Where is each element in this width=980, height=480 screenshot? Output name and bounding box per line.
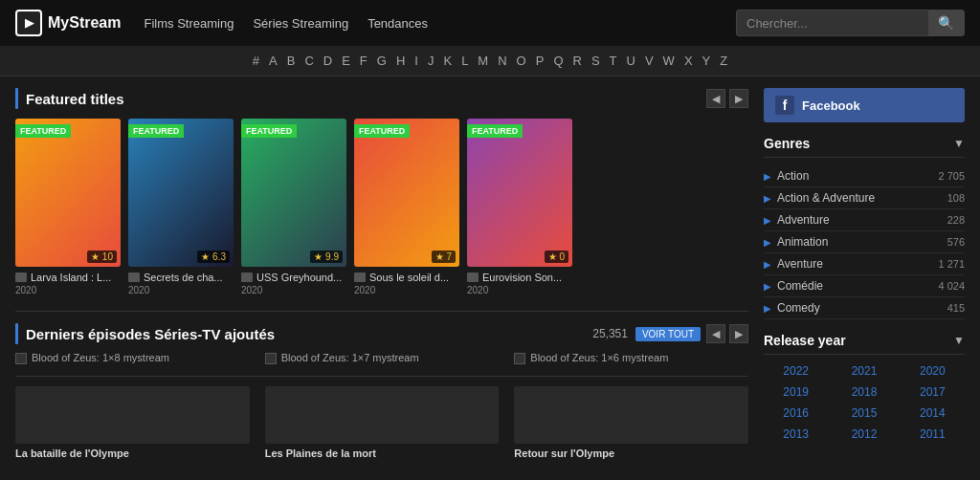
genre-name-4: Aventure [777, 257, 938, 271]
year-item-2019[interactable]: 2019 [764, 383, 828, 401]
featured-prev[interactable]: ◀ [706, 89, 725, 108]
series-checkbox-1[interactable] [265, 353, 277, 364]
year-item-2022[interactable]: 2022 [764, 362, 828, 380]
alpha-C[interactable]: C [304, 54, 313, 68]
genre-item-6[interactable]: ▶ Comedy 415 [764, 297, 965, 319]
nav-films[interactable]: Films Streaming [144, 16, 234, 31]
series-checkbox-2[interactable] [514, 353, 525, 364]
movie-card-2[interactable]: FEATURED ★ 9.9 USS Greyhound... 2020 [241, 119, 346, 295]
rating-badge-2: ★ 9.9 [310, 251, 343, 263]
alpha-Z[interactable]: Z [720, 54, 727, 68]
search-button[interactable]: 🔍 [928, 11, 964, 35]
alpha-#[interactable]: # [253, 54, 259, 68]
genre-item-4[interactable]: ▶ Aventure 1 271 [764, 253, 965, 275]
alpha-G[interactable]: G [377, 54, 387, 68]
alpha-T[interactable]: T [610, 54, 617, 68]
header: ▶ MyStream Films Streaming Séries Stream… [0, 0, 980, 46]
movie-title-4: Eurovision Son... [482, 272, 562, 283]
genre-item-0[interactable]: ▶ Action 2 705 [764, 165, 965, 187]
alpha-O[interactable]: O [517, 54, 526, 68]
year-item-2012[interactable]: 2012 [832, 425, 896, 443]
alpha-B[interactable]: B [287, 54, 296, 68]
bottom-title-1[interactable]: Les Plaines de la mort [265, 386, 500, 459]
year-item-2015[interactable]: 2015 [832, 404, 896, 422]
year-item-2018[interactable]: 2018 [832, 383, 896, 401]
movie-year-2: 2020 [241, 285, 346, 295]
alpha-I[interactable]: I [414, 54, 418, 68]
genre-item-5[interactable]: ▶ Comédie 4 024 [764, 275, 965, 297]
alpha-F[interactable]: F [360, 54, 368, 68]
year-item-2014[interactable]: 2014 [901, 404, 965, 422]
title-row-3: Sous le soleil d... [354, 272, 459, 283]
featured-next[interactable]: ▶ [729, 89, 748, 108]
movie-year-4: 2020 [467, 285, 572, 295]
movie-card-1[interactable]: FEATURED ★ 6.3 Secrets de cha... 2020 [128, 119, 234, 295]
section-bar [15, 88, 18, 109]
series-prev[interactable]: ◀ [706, 324, 725, 343]
genre-item-1[interactable]: ▶ Action & Adventure 108 [764, 187, 965, 209]
voir-tout-button[interactable]: VOIR TOUT [635, 327, 701, 341]
facebook-label: Facebook [802, 98, 860, 113]
year-item-2017[interactable]: 2017 [901, 383, 965, 401]
nav-tendances[interactable]: Tendances [368, 16, 428, 31]
alpha-W[interactable]: W [663, 54, 675, 68]
genre-name-5: Comédie [777, 279, 938, 293]
movie-card-3[interactable]: FEATURED ★ 7 Sous le soleil d... 2020 [354, 119, 459, 295]
alpha-S[interactable]: S [591, 54, 600, 68]
alpha-V[interactable]: V [645, 54, 654, 68]
genre-item-2[interactable]: ▶ Adventure 228 [764, 209, 965, 231]
series-list: Blood of Zeus: 1×8 mystream Blood of Zeu… [15, 352, 748, 364]
genre-item-3[interactable]: ▶ Animation 576 [764, 231, 965, 253]
year-item-2013[interactable]: 2013 [764, 425, 828, 443]
alpha-L[interactable]: L [461, 54, 468, 68]
alpha-P[interactable]: P [536, 54, 545, 68]
year-item-2016[interactable]: 2016 [764, 404, 828, 422]
alpha-D[interactable]: D [323, 54, 332, 68]
alpha-A[interactable]: A [269, 54, 278, 68]
series-nav-arrows: ◀ ▶ [706, 324, 748, 343]
alpha-K[interactable]: K [443, 54, 452, 68]
content-area: Featured titles ◀ ▶ FEATURED ★ 10 Larva … [15, 88, 748, 459]
series-bar [15, 323, 18, 344]
series-next[interactable]: ▶ [729, 324, 748, 343]
genres-dropdown-icon[interactable]: ▼ [953, 137, 965, 150]
facebook-button[interactable]: f Facebook [764, 88, 965, 122]
series-item-2[interactable]: Blood of Zeus: 1×6 mystream [514, 352, 748, 364]
alpha-J[interactable]: J [428, 54, 434, 68]
alpha-E[interactable]: E [342, 54, 350, 68]
bottom-title-0[interactable]: La bataille de l'Olympe [15, 386, 250, 459]
channel-icon-3 [354, 273, 366, 282]
logo[interactable]: ▶ MyStream [15, 10, 121, 36]
movie-year-1: 2020 [128, 285, 234, 295]
alpha-Y[interactable]: Y [702, 54, 711, 68]
series-item-1[interactable]: Blood of Zeus: 1×7 mystream [265, 352, 500, 364]
search-input[interactable] [737, 11, 928, 35]
alpha-H[interactable]: H [396, 54, 405, 68]
alpha-X[interactable]: X [684, 54, 693, 68]
release-year-dropdown-icon[interactable]: ▼ [953, 334, 965, 347]
movie-card-0[interactable]: FEATURED ★ 10 Larva Island : L... 2020 [15, 119, 121, 295]
movie-card-4[interactable]: FEATURED ★ 0 Eurovision Son... 2020 [467, 119, 572, 295]
nav-series[interactable]: Séries Streaming [253, 16, 348, 31]
year-item-2021[interactable]: 2021 [832, 362, 896, 380]
alpha-R[interactable]: R [573, 54, 582, 68]
genre-count-6: 415 [947, 302, 965, 314]
rating-badge-4: ★ 0 [545, 251, 568, 263]
featured-badge-3: FEATURED [354, 124, 410, 138]
poster-bg-3 [354, 119, 459, 267]
movie-title-1: Secrets de cha... [144, 272, 223, 283]
series-section: Derniers épisodes Séries-TV ajoutés 25,3… [15, 311, 748, 364]
genre-count-2: 228 [947, 214, 965, 226]
genre-arrow-4: ▶ [764, 259, 771, 270]
series-checkbox-0[interactable] [15, 353, 27, 364]
movie-poster-3: FEATURED ★ 7 [354, 119, 459, 267]
series-item-0[interactable]: Blood of Zeus: 1×8 mystream [15, 352, 250, 364]
alpha-U[interactable]: U [627, 54, 635, 68]
alpha-M[interactable]: M [478, 54, 488, 68]
year-item-2020[interactable]: 2020 [901, 362, 965, 380]
bottom-title-2[interactable]: Retour sur l'Olympe [514, 386, 748, 459]
year-item-2011[interactable]: 2011 [901, 425, 965, 443]
alpha-N[interactable]: N [498, 54, 506, 68]
movie-poster-2: FEATURED ★ 9.9 [241, 119, 346, 267]
alpha-Q[interactable]: Q [553, 54, 563, 68]
